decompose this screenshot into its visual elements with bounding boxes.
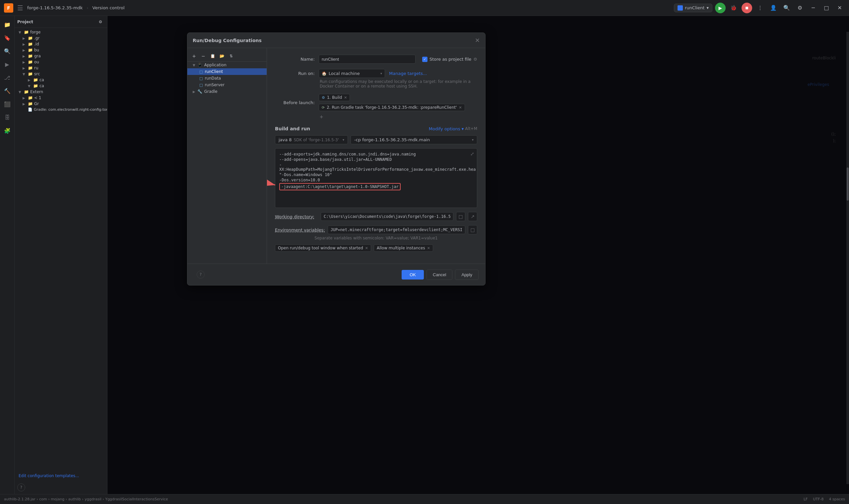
- application-label: Application: [204, 63, 227, 67]
- copy-config-button[interactable]: 📋: [209, 52, 217, 60]
- vertical-scrollbar[interactable]: [846, 32, 849, 484]
- search-button[interactable]: 🔍: [781, 3, 792, 13]
- gradle-chip[interactable]: ⟳ 2. Run Gradle task 'forge-1.16.5-36.2.…: [319, 104, 465, 111]
- tree-item-src-2[interactable]: ▼ 📁 ca: [15, 83, 107, 89]
- expand-arrow: ▼: [19, 90, 22, 94]
- build-chip-label: 1. Build: [327, 95, 342, 100]
- tree-item-gra[interactable]: ▶ 📁 gra: [15, 53, 107, 59]
- status-breadcrumb: authlib-2.1.28.jar › com › mojang › auth…: [4, 497, 168, 501]
- tree-item-src[interactable]: ▼ 📁 src: [15, 71, 107, 77]
- env-vars-input[interactable]: [328, 226, 465, 234]
- remove-open-tool-window-button[interactable]: ✕: [365, 246, 368, 250]
- tree-item-src-1[interactable]: ▶ 📁 ca: [15, 77, 107, 83]
- tree-item-ru[interactable]: ▶ 📁 ru: [15, 65, 107, 71]
- tree-item-jar[interactable]: 📄 Gradle: com.electronwill.night-config:…: [15, 107, 107, 112]
- open-tool-window-chip[interactable]: Open run/debug tool window when started …: [275, 245, 371, 252]
- sidebar-icon-terminal[interactable]: ⬛: [1, 98, 13, 110]
- help-button[interactable]: ?: [17, 483, 25, 491]
- dialog-tree-gradle[interactable]: ▶ 🔧 Gradle: [187, 88, 267, 95]
- build-chip[interactable]: ⚙ 1. Build ✕: [319, 94, 350, 101]
- before-launch-label: Before launch:: [275, 100, 315, 105]
- working-directory-input[interactable]: [321, 212, 453, 221]
- tree-item-gr[interactable]: ▶ 📁 .gr: [15, 35, 107, 41]
- folder-icon: 📁: [28, 95, 33, 100]
- sidebar-icon-database[interactable]: 🗄: [1, 111, 13, 123]
- tree-item-extern[interactable]: ▼ 📁 Extern: [15, 89, 107, 95]
- status-right: LF UTF-8 4 spaces: [803, 497, 845, 501]
- profile-button[interactable]: 👤: [768, 3, 779, 13]
- sidebar-icon-plugins[interactable]: 🧩: [1, 125, 13, 137]
- project-name[interactable]: forge-1.16.5-36.2.35-mdk: [27, 5, 83, 10]
- dialog-tree-runserver[interactable]: □ runServer: [187, 82, 267, 88]
- sort-config-button[interactable]: ⇅: [227, 52, 235, 60]
- cp-value-label: -cp forge-1.16.5-36.2.35-mdk.main: [354, 137, 430, 142]
- run-config-item-icon: □: [199, 76, 203, 80]
- tree-label: Gr: [34, 102, 39, 106]
- hamburger-menu[interactable]: ☰: [17, 4, 23, 12]
- close-button[interactable]: ✕: [834, 3, 845, 13]
- tree-item-forge[interactable]: ▼ 📁 forge: [15, 29, 107, 35]
- sidebar-icon-build[interactable]: 🔨: [1, 85, 13, 97]
- sidebar-icon-bookmarks[interactable]: 🔖: [1, 32, 13, 44]
- cancel-button[interactable]: Cancel: [427, 270, 452, 280]
- run-on-select[interactable]: 🏠 Local machine ▾: [319, 69, 385, 78]
- java-sdk-select[interactable]: java 8 SDK of 'forge-1.16.5-3' ▾: [275, 135, 348, 144]
- open-directory-button[interactable]: ↗: [468, 212, 477, 221]
- panel-settings-icon[interactable]: ⚙: [96, 18, 105, 26]
- sidebar-icon-search[interactable]: 🔍: [1, 45, 13, 57]
- tree-item-ou[interactable]: ▶ 📁 ou: [15, 59, 107, 65]
- settings-button[interactable]: ⚙: [795, 3, 805, 13]
- tree-item-bu[interactable]: ▶ 📁 bu: [15, 47, 107, 53]
- add-before-launch-button[interactable]: +: [320, 114, 323, 121]
- stop-button[interactable]: ■: [742, 3, 752, 13]
- remove-config-button[interactable]: −: [199, 52, 207, 60]
- minimize-button[interactable]: ─: [808, 3, 818, 13]
- status-encoding[interactable]: UTF-8: [813, 497, 824, 501]
- edit-templates-link[interactable]: Edit configuration templates...: [15, 471, 107, 481]
- name-input[interactable]: [319, 55, 416, 64]
- dialog-tree-rundata[interactable]: □ runData: [187, 75, 267, 82]
- allow-multiple-instances-chip[interactable]: Allow multiple instances ✕: [374, 245, 433, 252]
- sidebar-icon-run[interactable]: ▶: [1, 58, 13, 70]
- env-vars-expand-button[interactable]: □: [468, 225, 477, 234]
- run-config-button[interactable]: runClient ▾: [674, 4, 712, 12]
- vcs-label[interactable]: Version control: [92, 5, 125, 10]
- remove-allow-multiple-button[interactable]: ✕: [427, 246, 430, 250]
- dialog-close-button[interactable]: ✕: [475, 37, 480, 44]
- checkbox-icon[interactable]: ✓: [422, 57, 428, 62]
- browse-directory-button[interactable]: □: [456, 212, 465, 221]
- tree-item-ext1[interactable]: ▶ 📁 < 1: [15, 95, 107, 101]
- scrollbar-thumb[interactable]: [847, 167, 849, 201]
- more-options-button[interactable]: ⋮: [755, 3, 765, 13]
- java-sdk-row: java 8 SDK of 'forge-1.16.5-3' ▾ -cp for…: [275, 135, 477, 144]
- vm-options-area[interactable]: --add-exports=jdk.naming.dns/com.sun.jnd…: [275, 148, 477, 208]
- sidebar-icon-project[interactable]: 📁: [1, 19, 13, 31]
- debug-button[interactable]: 🐞: [728, 3, 739, 13]
- apply-button[interactable]: Apply: [455, 270, 478, 280]
- sidebar-icon-git[interactable]: ⎇: [1, 72, 13, 84]
- folder-config-button[interactable]: 📂: [218, 52, 226, 60]
- remove-build-chip-button[interactable]: ✕: [344, 95, 347, 100]
- tree-item-gr2[interactable]: ▶ 📁 Gr: [15, 101, 107, 107]
- status-spaces[interactable]: 4 spaces: [829, 497, 845, 501]
- dialog-sidebar-toolbar: + − 📋 📂 ⇅: [187, 51, 267, 62]
- store-project-checkbox[interactable]: ✓ Store as project file ⚙: [422, 57, 477, 62]
- add-config-button[interactable]: +: [190, 52, 198, 60]
- status-lf[interactable]: LF: [803, 497, 808, 501]
- dialog-tree-application[interactable]: ▼ 📱 Application: [187, 62, 267, 68]
- play-button[interactable]: ▶: [715, 3, 726, 13]
- dialog-sidebar: + − 📋 📂 ⇅ ▼ 📱 Application: [187, 48, 267, 264]
- ok-button[interactable]: OK: [402, 270, 424, 280]
- manage-targets-link[interactable]: Manage targets...: [389, 71, 427, 76]
- tree-item-id[interactable]: ▶ 📁 .id: [15, 41, 107, 47]
- maximize-button[interactable]: □: [821, 3, 832, 13]
- modify-options-button[interactable]: Modify options ▾ Alt+M: [429, 126, 477, 131]
- dialog-help-button[interactable]: ?: [197, 271, 205, 278]
- home-icon: 🏠: [322, 71, 327, 76]
- cp-select[interactable]: -cp forge-1.16.5-36.2.35-mdk.main ▾: [350, 135, 477, 144]
- remove-gradle-chip-button[interactable]: ✕: [459, 105, 462, 110]
- dialog-tree-runclient[interactable]: □ runClient: [187, 68, 267, 75]
- expand-vm-options-icon[interactable]: ⤢: [470, 151, 474, 157]
- arrow-annotation: [267, 168, 278, 189]
- folder-icon: 📁: [33, 77, 38, 82]
